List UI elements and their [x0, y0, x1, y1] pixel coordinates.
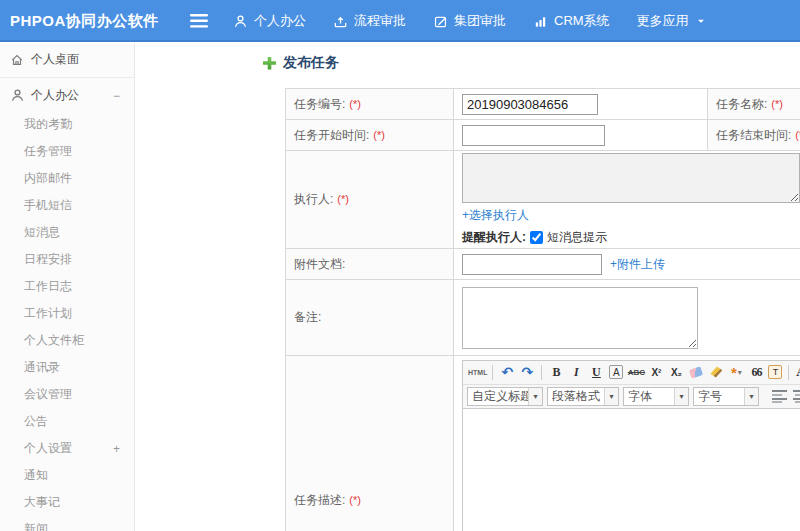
sidebar-item-3[interactable]: 任务管理 — [0, 138, 134, 165]
task-form: 任务编号:(*) 任务名称:(*) 任务开始时间:(*) 任务结束时间:(*) … — [285, 88, 800, 531]
sidebar-item-label: 工作日志 — [24, 278, 72, 295]
caret-down-icon: ▾ — [528, 388, 542, 405]
font-size-select[interactable]: 字号▾ — [693, 387, 759, 406]
nav-item-1[interactable]: 流程审批 — [333, 12, 406, 30]
sidebar-item-2[interactable]: 我的考勤 — [0, 111, 134, 138]
font-family-select[interactable]: 字体▾ — [623, 387, 689, 406]
sidebar-item-15[interactable]: 通知 — [0, 462, 134, 489]
top-navigation: 个人办公流程审批集团审批CRM系统更多应用 — [233, 0, 707, 42]
italic-button[interactable]: I — [567, 363, 585, 381]
editor-toolbar-row1: HTML↶↷BIUAABCX²X₂*▾66TA▾ — [463, 361, 800, 385]
sms-remind-checkbox[interactable] — [530, 231, 543, 244]
wand-button[interactable]: *▾ — [727, 363, 745, 381]
align-left-button[interactable] — [772, 390, 787, 403]
sidebar-item-14[interactable]: 个人设置+ — [0, 435, 134, 462]
custom-heading-select[interactable]: 自定义标题▾ — [467, 387, 543, 406]
end-time-label: 任务结束时间: — [716, 128, 791, 142]
attachment-upload-link[interactable]: +附件上传 — [610, 256, 665, 273]
html-source-button[interactable]: HTML — [468, 363, 487, 381]
select-label: 自定义标题 — [468, 388, 528, 405]
start-time-input[interactable] — [462, 125, 605, 146]
underline-button[interactable]: U — [587, 363, 605, 381]
subscript-button[interactable]: X₂ — [667, 363, 685, 381]
editor-toolbar-row2: 自定义标题▾段落格式▾字体▾字号▾ — [463, 385, 800, 409]
editor-body[interactable] — [463, 409, 800, 531]
select-label: 字号 — [694, 388, 744, 405]
sidebar-item-4[interactable]: 内部邮件 — [0, 165, 134, 192]
rich-text-editor: HTML↶↷BIUAABCX²X₂*▾66TA▾ 自定义标题▾段落格式▾字体▾字… — [462, 360, 800, 531]
select-label: 字体 — [624, 388, 674, 405]
sidebar-item-13[interactable]: 公告 — [0, 408, 134, 435]
brush-button[interactable] — [707, 363, 725, 381]
sidebar-item-label: 我的考勤 — [24, 116, 72, 133]
divider — [0, 77, 134, 78]
paragraph-format-select[interactable]: 段落格式▾ — [547, 387, 619, 406]
font-frame-button[interactable]: A — [609, 365, 623, 379]
strikethrough-button[interactable]: ABC — [627, 363, 645, 381]
nav-item-label: 个人办公 — [254, 12, 306, 30]
sidebar-menu: 个人桌面个人办公−我的考勤任务管理内部邮件手机短信短消息日程安排工作日志工作计划… — [0, 44, 135, 531]
sidebar-item-7[interactable]: 日程安排 — [0, 246, 134, 273]
nav-item-2[interactable]: 集团审批 — [433, 12, 506, 30]
sidebar-item-17[interactable]: 新闻 — [0, 516, 134, 531]
bold-button[interactable]: B — [547, 363, 565, 381]
nav-item-label: 更多应用 — [637, 12, 689, 30]
toolbar-separator — [492, 365, 493, 380]
alignment-buttons — [772, 390, 800, 403]
sidebar-item-label: 任务管理 — [24, 143, 72, 160]
home-icon — [10, 53, 26, 67]
caret-down-icon: ▾ — [674, 388, 688, 405]
sidebar-item-1[interactable]: 个人办公− — [0, 80, 134, 111]
nav-item-3[interactable]: CRM系统 — [533, 12, 610, 30]
undo-button[interactable]: ↶ — [498, 363, 516, 381]
toolbar-separator — [541, 365, 542, 380]
description-label: 任务描述: — [294, 493, 345, 507]
caret-down-icon: ▾ — [744, 388, 758, 405]
sidebar-item-8[interactable]: 工作日志 — [0, 273, 134, 300]
sidebar-item-16[interactable]: 大事记 — [0, 489, 134, 516]
sidebar-item-12[interactable]: 会议管理 — [0, 381, 134, 408]
attachment-input[interactable] — [462, 254, 602, 275]
required-mark: (*) — [373, 129, 385, 141]
expand-icon[interactable]: + — [113, 442, 120, 456]
sidebar-item-9[interactable]: 工作计划 — [0, 300, 134, 327]
nav-item-0[interactable]: 个人办公 — [233, 12, 306, 30]
sidebar-item-label: 通讯录 — [24, 359, 60, 376]
sidebar-item-5[interactable]: 手机短信 — [0, 192, 134, 219]
sidebar-item-11[interactable]: 通讯录 — [0, 354, 134, 381]
sidebar-item-label: 日程安排 — [24, 251, 72, 268]
quote-button[interactable]: 66 — [747, 363, 765, 381]
sidebar-item-label: 内部邮件 — [24, 170, 72, 187]
sidebar-item-label: 公告 — [24, 413, 48, 430]
eraser-button[interactable] — [687, 363, 705, 381]
caret-down-icon: ▾ — [738, 368, 742, 377]
nav-item-label: 集团审批 — [454, 12, 506, 30]
align-center-button[interactable] — [793, 390, 800, 403]
paste-button[interactable]: T — [768, 365, 782, 379]
sms-remind-option: 短消息提示 — [547, 229, 607, 246]
task-name-label: 任务名称: — [716, 97, 767, 111]
required-mark: (*) — [349, 98, 361, 110]
attachment-label: 附件文档: — [294, 257, 345, 271]
plus-icon — [263, 57, 276, 70]
fontcolor-button[interactable]: A▾ — [794, 363, 800, 381]
select-executor-link[interactable]: +选择执行人 — [462, 208, 529, 222]
task-no-input[interactable] — [462, 94, 598, 115]
sidebar-item-label: 新闻 — [24, 521, 48, 531]
sidebar-item-6[interactable]: 短消息 — [0, 219, 134, 246]
hamburger-icon[interactable] — [190, 14, 208, 32]
sidebar-item-label: 通知 — [24, 467, 48, 484]
chart-icon — [533, 14, 548, 29]
sidebar-item-0[interactable]: 个人桌面 — [0, 44, 134, 75]
main-content: 发布任务 任务编号:(*) 任务名称:(*) 任务开始时间:(*) 任务结束时间… — [136, 44, 800, 531]
sidebar-item-label: 个人设置 — [24, 440, 72, 457]
nav-item-label: CRM系统 — [554, 12, 610, 30]
nav-item-4[interactable]: 更多应用 — [637, 12, 707, 30]
required-mark: (*) — [349, 494, 361, 506]
collapse-icon[interactable]: − — [113, 89, 120, 103]
redo-button[interactable]: ↷ — [518, 363, 536, 381]
executor-textarea[interactable] — [462, 153, 800, 203]
sidebar-item-10[interactable]: 个人文件柜 — [0, 327, 134, 354]
remark-textarea[interactable] — [462, 287, 698, 349]
superscript-button[interactable]: X² — [647, 363, 665, 381]
